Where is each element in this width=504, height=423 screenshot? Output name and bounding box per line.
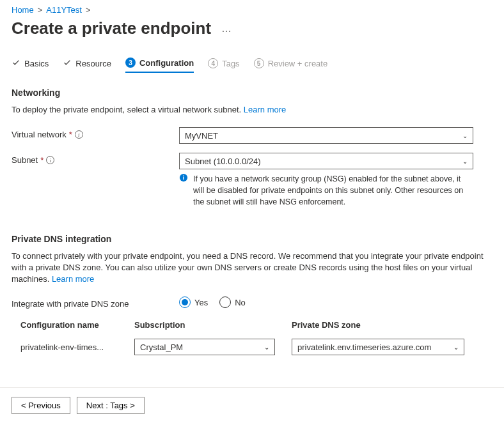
col-private-dns-zone: Private DNS zone	[292, 320, 477, 330]
page-title: Create a private endpoint	[12, 19, 211, 38]
subscription-select[interactable]: Crystal_PM ⌄	[134, 339, 275, 355]
wizard-footer: < Previous Next : Tags >	[0, 387, 504, 423]
dns-description: To connect privately with your private e…	[12, 250, 492, 286]
chevron-down-icon: ⌄	[462, 158, 468, 165]
breadcrumb-home[interactable]: Home	[12, 5, 34, 15]
chevron-down-icon: ⌄	[453, 344, 459, 351]
tab-basics[interactable]: Basics	[12, 58, 49, 73]
integrate-dns-label: Integrate with private DNS zone	[12, 296, 179, 309]
svg-rect-2	[183, 176, 184, 176]
required-asterisk: *	[69, 130, 72, 139]
dns-config-table: Configuration name Subscription Private …	[12, 320, 492, 359]
radio-icon	[219, 296, 231, 308]
tab-resource[interactable]: Resource	[63, 58, 111, 73]
table-row: privatelink-env-times... Crystal_PM ⌄ pr…	[20, 335, 492, 359]
wizard-tabs: Basics Resource 3 Configuration 4 Tags 5…	[12, 58, 492, 73]
chevron-down-icon: ⌄	[462, 132, 468, 139]
learn-more-link[interactable]: Learn more	[52, 274, 94, 284]
radio-no[interactable]: No	[219, 296, 246, 308]
next-button[interactable]: Next : Tags >	[77, 397, 145, 414]
config-name-cell: privatelink-env-times...	[20, 342, 134, 352]
info-icon	[179, 173, 188, 208]
col-config-name: Configuration name	[20, 320, 134, 330]
breadcrumb: Home > A11YTest >	[12, 5, 492, 15]
col-subscription: Subscription	[134, 320, 292, 330]
step-number-icon: 3	[125, 58, 136, 68]
step-number-icon: 5	[254, 58, 264, 68]
virtual-network-label: Virtual network * i	[12, 127, 179, 139]
more-button[interactable]: …	[221, 23, 232, 35]
chevron-down-icon: ⌄	[264, 344, 269, 351]
checkmark-icon	[12, 58, 20, 69]
virtual-network-select[interactable]: MyVNET ⌄	[179, 127, 473, 144]
subnet-select[interactable]: Subnet (10.0.0.0/24) ⌄	[179, 153, 473, 169]
radio-icon	[179, 296, 191, 308]
step-number-icon: 4	[208, 58, 218, 68]
subnet-label: Subnet * i	[12, 153, 179, 165]
dns-heading: Private DNS integration	[12, 234, 492, 244]
tab-tags[interactable]: 4 Tags	[208, 58, 239, 72]
required-asterisk: *	[40, 155, 43, 165]
chevron-right-icon: >	[38, 5, 43, 15]
svg-rect-1	[183, 177, 184, 180]
radio-yes[interactable]: Yes	[179, 296, 208, 308]
tab-configuration[interactable]: 3 Configuration	[125, 58, 194, 73]
networking-heading: Networking	[12, 88, 492, 98]
info-icon[interactable]: i	[46, 156, 54, 164]
previous-button[interactable]: < Previous	[12, 397, 70, 414]
info-icon[interactable]: i	[75, 130, 83, 139]
learn-more-link[interactable]: Learn more	[244, 105, 286, 114]
checkmark-icon	[63, 58, 72, 69]
subnet-nsg-note: If you have a network security group (NS…	[179, 173, 473, 208]
chevron-right-icon: >	[86, 5, 91, 15]
tab-review-create[interactable]: 5 Review + create	[254, 58, 328, 72]
private-dns-zone-select[interactable]: privatelink.env.timeseries.azure.com ⌄	[292, 339, 464, 355]
breadcrumb-resource[interactable]: A11YTest	[46, 5, 82, 15]
networking-description: To deploy the private endpoint, select a…	[12, 104, 492, 116]
integrate-dns-radio-group: Yes No	[179, 296, 492, 308]
